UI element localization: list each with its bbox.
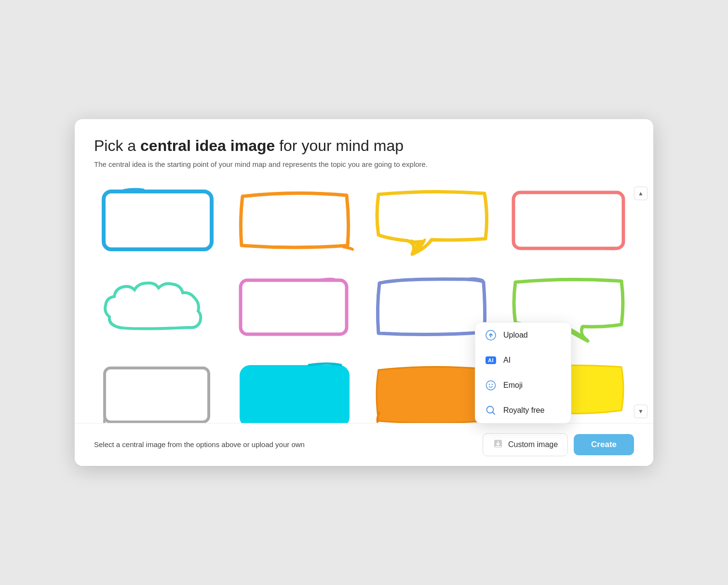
svg-rect-3	[105, 368, 209, 422]
emoji-label: Emoji	[503, 381, 523, 390]
dropdown-item-emoji[interactable]: Emoji	[475, 373, 571, 398]
svg-rect-4	[240, 365, 350, 423]
modal-footer: Select a central image from the options …	[75, 423, 653, 466]
custom-image-button[interactable]: Custom image	[483, 433, 568, 456]
royalty-free-label: Royalty free	[503, 406, 544, 415]
svg-rect-2	[241, 280, 347, 334]
scroll-down-button[interactable]: ▼	[634, 405, 647, 418]
emoji-icon	[485, 380, 497, 391]
scroll-up-button[interactable]: ▲	[634, 187, 647, 200]
svg-rect-0	[104, 191, 212, 249]
title-row: Pick a central idea image for your mind …	[94, 136, 634, 155]
search-icon	[485, 405, 497, 416]
custom-image-label: Custom image	[508, 440, 558, 449]
dropdown-menu: Upload AI AI	[475, 322, 571, 423]
download-icon	[493, 438, 503, 451]
svg-point-6	[486, 381, 496, 390]
pick-image-modal: Pick a central idea image for your mind …	[75, 119, 653, 465]
image-option-2[interactable]	[231, 182, 358, 259]
svg-rect-1	[513, 192, 623, 248]
upload-label: Upload	[503, 331, 528, 340]
footer-hint: Select a central image from the options …	[94, 440, 305, 449]
image-option-6[interactable]	[231, 269, 358, 346]
ai-icon: AI	[485, 354, 497, 366]
image-option-9[interactable]	[94, 355, 221, 423]
page-subtitle: The central idea is the starting point o…	[94, 160, 634, 168]
svg-point-8	[492, 383, 493, 384]
page-title: Pick a central idea image for your mind …	[94, 136, 634, 155]
footer-actions: Upload AI AI	[483, 433, 634, 456]
upload-icon	[485, 329, 497, 341]
image-option-10[interactable]	[231, 355, 358, 423]
image-option-3[interactable]	[368, 182, 495, 259]
dropdown-item-upload[interactable]: Upload	[475, 323, 571, 348]
image-option-4[interactable]	[505, 182, 632, 259]
svg-point-7	[489, 383, 490, 384]
ai-label: AI	[503, 356, 511, 365]
create-button[interactable]: Create	[574, 434, 634, 455]
image-option-5[interactable]	[94, 269, 221, 346]
dropdown-item-royalty-free[interactable]: Royalty free	[475, 398, 571, 423]
image-option-1[interactable]	[94, 182, 221, 259]
dropdown-item-ai[interactable]: AI AI	[475, 348, 571, 373]
